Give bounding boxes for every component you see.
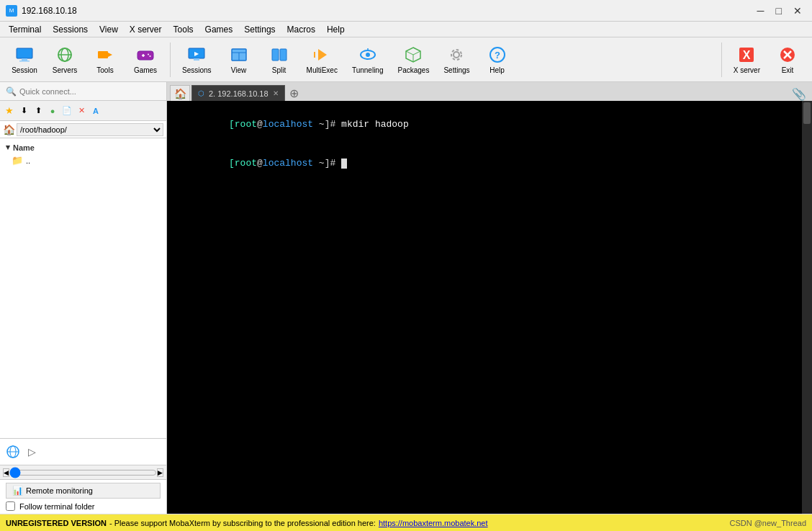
term-user-1: [root [229,119,257,130]
sidebar-type-button[interactable]: A [89,104,102,117]
bottom-panel: 📊 Remote monitoring Follow terminal fold… [0,479,166,514]
menu-macros[interactable]: Macros [281,23,321,36]
quick-connect-bar: 🔍 [0,82,166,101]
follow-folder-label[interactable]: Follow terminal folder [6,501,161,511]
sidebar-up-button[interactable]: ⬆ [32,104,45,117]
scroll-right-button[interactable]: ▶ [157,468,163,477]
sidebar-red-button[interactable]: ✕ [75,104,88,117]
sidebar-network-icon[interactable] [4,443,22,460]
exit-icon [777,45,798,65]
toolbar-settings-button[interactable]: Settings [438,42,475,77]
tab-label: 2. 192.168.10.18 [209,89,269,98]
toolbar-tunneling-button[interactable]: Tunneling [346,42,389,77]
xserver-label: X server [734,66,760,74]
follow-folder-text: Follow terminal folder [19,502,95,511]
toolbar-packages-button[interactable]: Packages [392,42,436,77]
toolbar-games-button[interactable]: Games [127,42,164,77]
sidebar-star-button[interactable]: ★ [3,104,16,117]
help-label: Help [490,66,505,74]
toolbar-split-button[interactable]: Split [261,42,298,77]
sidebar-down-button[interactable]: ⬇ [17,104,30,117]
sessions-label: Sessions [182,66,212,74]
packages-icon [403,45,423,65]
exit-label: Exit [782,66,794,74]
menu-sessions[interactable]: Sessions [47,23,94,36]
svg-rect-20 [280,49,287,61]
horizontal-scrollbar[interactable] [9,468,157,477]
term-user-2: [root [229,158,257,169]
file-tree: ▾ Name 📁 .. [0,138,166,438]
path-select[interactable]: /root/hadoop/ [17,123,163,136]
status-bar: UNREGISTERED VERSION - Please support Mo… [0,514,812,531]
menu-terminal[interactable]: Terminal [3,23,47,36]
quick-connect-icon: 🔍 [6,86,17,97]
menu-help[interactable]: Help [321,23,351,36]
terminal[interactable]: [root@localhost ~]# mkdir hadoop [root@l… [167,101,802,514]
main-area: 🔍 ★ ⬇ ⬆ ● 📄 ✕ A 🏠 /root/hadoop/ ▾ Name [0,82,812,514]
svg-text:?: ? [495,50,500,61]
title-bar: M 192.168.10.18 ─ □ ✕ [0,0,812,22]
menu-settings[interactable]: Settings [238,23,281,36]
window-title: 192.168.10.18 [22,6,77,16]
toolbar-help-button[interactable]: ? Help [479,42,516,77]
svg-line-28 [413,51,420,55]
tree-item-dotdot[interactable]: 📁 .. [0,153,166,167]
status-link[interactable]: https://mobaxterm.mobatek.net [379,519,488,527]
close-button[interactable]: ✕ [789,4,806,18]
tree-name-label: Name [13,143,35,152]
menu-view[interactable]: View [94,23,124,36]
svg-rect-8 [137,51,153,60]
minimize-button[interactable]: ─ [753,4,769,18]
multiexec-icon [312,45,332,65]
maximize-button[interactable]: □ [772,4,786,18]
toolbar-separator-2 [721,43,722,77]
quick-connect-input[interactable] [19,87,161,96]
svg-rect-19 [272,49,279,61]
menu-games[interactable]: Games [199,23,239,36]
toolbar-exit-button[interactable]: Exit [769,42,806,77]
vertical-scrollbar[interactable] [802,101,812,514]
remote-monitoring-icon: 📊 [12,486,23,496]
scroll-left-button[interactable]: ◀ [3,468,9,477]
tab-close-button[interactable]: ✕ [273,89,279,97]
svg-rect-1 [22,58,27,61]
paperclip-icon[interactable]: 📎 [789,87,809,101]
tab-bar: 🏠 ⬡ 2. 192.168.10.18 ✕ ⊕ 📎 [167,82,812,101]
status-message: - Please support MobaXterm by subscribin… [109,519,376,527]
menu-bar: Terminal Sessions View X server Tools Ga… [0,22,812,37]
sessions-icon: ▶ [186,45,207,65]
svg-rect-6 [98,51,108,58]
toolbar-servers-button[interactable]: Servers [46,42,84,77]
tab-home-button[interactable]: 🏠 [170,85,190,101]
scroll-thumb [803,102,811,124]
svg-point-12 [150,55,151,57]
menu-tools[interactable]: Tools [168,23,199,36]
menu-xserver[interactable]: X server [124,23,168,36]
sidebar-copy-button[interactable]: 📄 [60,104,73,117]
terminal-tab[interactable]: ⬡ 2. 192.168.10.18 ✕ [191,85,285,101]
remote-monitoring-label: Remote monitoring [26,486,93,495]
toolbar-xserver-button[interactable]: X X server [728,42,766,77]
svg-line-27 [406,51,413,55]
remote-monitoring-button[interactable]: 📊 Remote monitoring [6,483,161,499]
toolbar-multiexec-button[interactable]: MultiExec [301,42,343,77]
app-icon: M [6,5,17,17]
tools-icon [95,45,115,65]
follow-folder-checkbox[interactable] [6,501,15,511]
term-host-1: localhost [263,119,313,130]
toolbar-separator-1 [170,43,171,77]
svg-rect-0 [17,48,32,58]
sidebar-arrow-icon[interactable]: ▷ [23,443,40,460]
toolbar-sessions-button[interactable]: ▶ Sessions [176,42,217,77]
sidebar-green-button[interactable]: ● [46,104,59,117]
toolbar: Session Servers Tools [0,37,812,82]
toolbar-session-button[interactable]: Session [6,42,43,77]
svg-text:X: X [743,49,751,61]
status-right: CSDN @new_Thread [729,519,806,527]
new-tab-button[interactable]: ⊕ [287,85,302,101]
servers-label: Servers [53,66,77,74]
toolbar-tools-button[interactable]: Tools [86,42,124,77]
toolbar-view-button[interactable]: View [220,42,258,77]
sidebar: 🔍 ★ ⬇ ⬆ ● 📄 ✕ A 🏠 /root/hadoop/ ▾ Name [0,82,167,514]
svg-marker-21 [318,49,327,61]
